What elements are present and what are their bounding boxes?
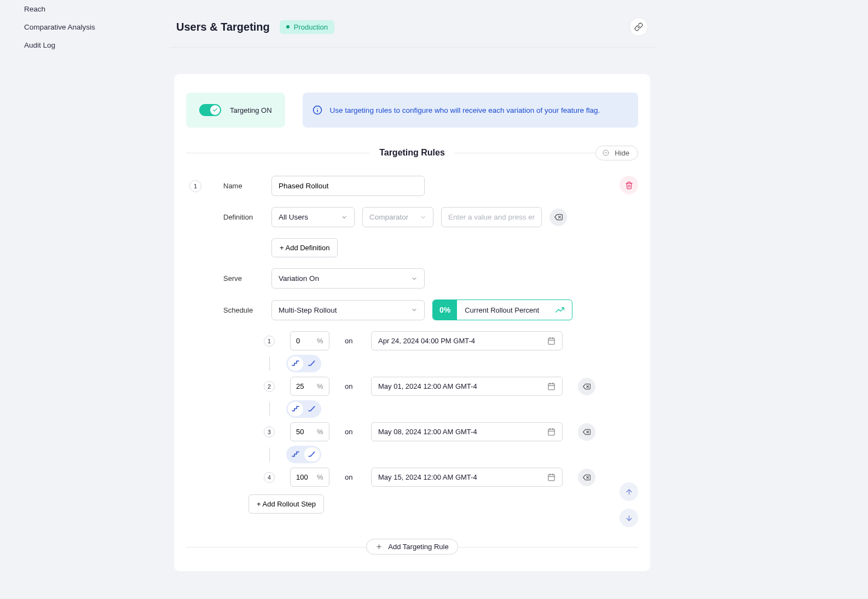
calendar-icon xyxy=(547,337,555,345)
serve-value: Variation On xyxy=(279,274,319,283)
rollout-step-date-value: May 01, 2024 12:00 AM GMT-4 xyxy=(378,382,477,390)
add-rollout-step-button[interactable]: + Add Rollout Step xyxy=(248,494,324,514)
hide-label: Hide xyxy=(615,149,629,157)
backspace-icon xyxy=(554,213,563,221)
definition-value-input[interactable] xyxy=(441,207,542,227)
hide-button[interactable]: Hide xyxy=(595,146,638,160)
definition-attribute-value: All Users xyxy=(279,213,308,221)
schedule-label: Schedule xyxy=(223,306,264,314)
comparator-select[interactable]: Comparator xyxy=(362,207,433,227)
serve-label: Serve xyxy=(223,274,264,283)
step-connector-line xyxy=(269,447,270,462)
rule-name-input[interactable] xyxy=(271,176,425,196)
rollout-step-date-input[interactable]: May 01, 2024 12:00 AM GMT-4 xyxy=(371,377,563,396)
rollout-step-date-value: May 08, 2024 12:00 AM GMT-4 xyxy=(378,428,477,436)
sidebar-item-audit-log[interactable]: Audit Log xyxy=(24,36,170,54)
svg-rect-7 xyxy=(548,338,554,344)
chevron-down-icon xyxy=(420,214,426,221)
chevron-down-icon xyxy=(341,214,348,221)
environment-dot-icon xyxy=(286,25,290,28)
definition-attribute-select[interactable]: All Users xyxy=(271,207,355,227)
rollout-step-date-input[interactable]: May 08, 2024 12:00 AM GMT-4 xyxy=(371,422,563,441)
on-label: on xyxy=(345,473,356,481)
current-rollout-badge: 0% Current Rollout Percent xyxy=(432,300,572,320)
check-icon xyxy=(212,107,218,113)
trend-up-icon xyxy=(555,306,564,314)
on-label: on xyxy=(345,337,356,345)
step-connector-line xyxy=(269,356,270,371)
page-title: Users & Targeting xyxy=(176,21,270,33)
svg-rect-11 xyxy=(548,384,554,390)
delete-rule-button[interactable] xyxy=(620,176,638,194)
rollout-step-number: 1 xyxy=(264,336,275,347)
serve-select[interactable]: Variation On xyxy=(271,268,425,289)
step-shape-option[interactable] xyxy=(288,402,303,416)
rollout-step-number: 4 xyxy=(264,472,275,483)
step-shape-option[interactable] xyxy=(288,447,303,462)
backspace-icon xyxy=(583,474,591,481)
environment-badge: Production xyxy=(280,20,334,34)
calendar-icon xyxy=(547,473,555,481)
rollout-step-percent-input[interactable]: % xyxy=(290,468,329,487)
schedule-value: Multi-Step Rollout xyxy=(279,306,337,314)
environment-label: Production xyxy=(294,23,328,31)
rollout-step-date-input[interactable]: Apr 24, 2024 04:00 PM GMT-4 xyxy=(371,331,563,350)
move-rule-down-button[interactable] xyxy=(620,509,638,527)
current-rollout-percent: 0% xyxy=(433,300,457,320)
copy-link-button[interactable] xyxy=(629,18,648,36)
on-label: on xyxy=(345,428,356,436)
linear-shape-option[interactable] xyxy=(304,402,320,416)
step-shape-toggle[interactable] xyxy=(286,355,321,372)
schedule-select[interactable]: Multi-Step Rollout xyxy=(271,300,425,320)
rollout-step-date-value: May 15, 2024 12:00 AM GMT-4 xyxy=(378,473,477,481)
current-rollout-label: Current Rollout Percent xyxy=(465,306,539,314)
clear-definition-button[interactable] xyxy=(549,209,567,226)
rule-number: 1 xyxy=(189,180,201,192)
chevron-down-icon xyxy=(411,275,418,282)
svg-rect-17 xyxy=(548,429,554,435)
linear-shape-option[interactable] xyxy=(304,356,320,371)
comparator-placeholder: Comparator xyxy=(369,213,408,221)
name-label: Name xyxy=(223,182,264,190)
calendar-icon xyxy=(547,382,555,390)
step-shape-toggle[interactable] xyxy=(286,446,321,463)
backspace-icon xyxy=(583,428,591,436)
backspace-icon xyxy=(583,383,591,390)
section-title: Targeting Rules xyxy=(369,148,455,158)
linear-shape-option[interactable] xyxy=(304,447,320,462)
definition-label: Definition xyxy=(223,213,264,221)
step-shape-toggle[interactable] xyxy=(286,400,321,418)
plus-icon xyxy=(375,543,383,550)
link-icon xyxy=(634,22,643,31)
add-definition-button[interactable]: + Add Definition xyxy=(271,238,338,257)
rollout-step-number: 2 xyxy=(264,381,275,392)
rollout-step-percent-input[interactable]: % xyxy=(290,377,329,396)
trash-icon xyxy=(625,181,633,189)
step-shape-option[interactable] xyxy=(288,356,303,371)
chevron-down-icon xyxy=(411,307,418,313)
arrow-up-icon xyxy=(625,488,633,496)
rollout-step-date-input[interactable]: May 15, 2024 12:00 AM GMT-4 xyxy=(371,468,563,487)
add-targeting-rule-button[interactable]: Add Targeting Rule xyxy=(366,539,458,555)
info-text: Use targeting rules to configure who wil… xyxy=(330,106,600,114)
minus-icon xyxy=(603,149,609,156)
svg-rect-23 xyxy=(548,475,554,481)
targeting-toggle-container: Targeting ON xyxy=(186,93,285,128)
rollout-step-percent-input[interactable]: % xyxy=(290,331,329,350)
rollout-step-date-value: Apr 24, 2024 04:00 PM GMT-4 xyxy=(378,337,475,345)
rollout-step-number: 3 xyxy=(264,427,275,437)
add-rule-label: Add Targeting Rule xyxy=(388,543,448,551)
remove-step-button[interactable] xyxy=(578,423,595,441)
info-icon xyxy=(313,105,322,115)
info-banner: Use targeting rules to configure who wil… xyxy=(303,93,638,128)
step-connector-line xyxy=(269,402,270,416)
rollout-step-percent-input[interactable]: % xyxy=(290,422,329,441)
sidebar-item-comparative-analysis[interactable]: Comparative Analysis xyxy=(24,18,170,36)
move-rule-up-button[interactable] xyxy=(620,482,638,501)
on-label: on xyxy=(345,382,356,390)
remove-step-button[interactable] xyxy=(578,469,595,486)
sidebar-item-reach[interactable]: Reach xyxy=(24,0,170,18)
remove-step-button[interactable] xyxy=(578,378,595,395)
arrow-down-icon xyxy=(625,514,633,522)
targeting-toggle[interactable] xyxy=(199,104,221,116)
